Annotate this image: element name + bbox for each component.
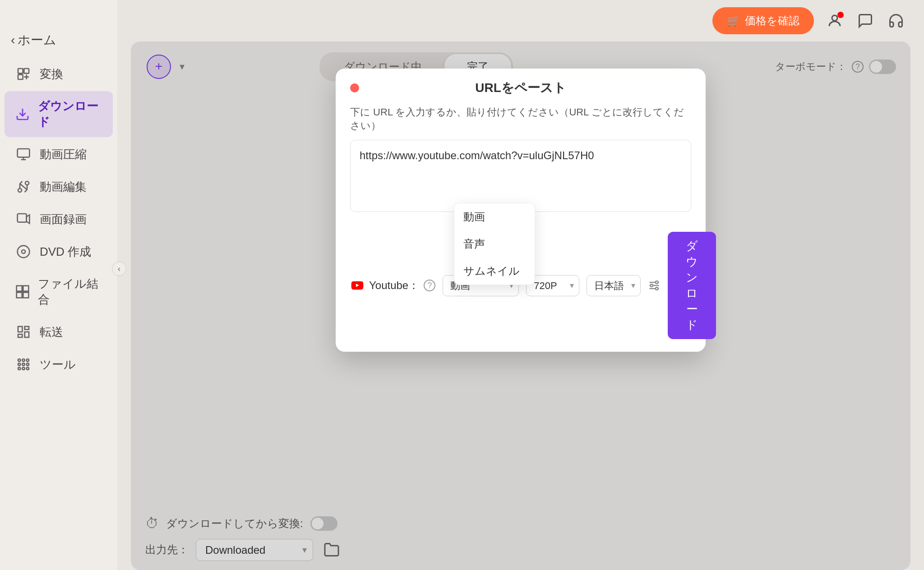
convert-icon xyxy=(15,66,32,82)
svg-point-13 xyxy=(22,250,25,253)
svg-point-30 xyxy=(27,368,29,370)
svg-rect-14 xyxy=(17,286,22,291)
modal-footer: Youtube： ? 動画 音声 サムネイル xyxy=(336,223,706,352)
svg-point-23 xyxy=(22,359,24,361)
modal-title: URLをペースト xyxy=(366,79,675,97)
sidebar-item-tools[interactable]: ツール xyxy=(5,349,113,380)
svg-point-12 xyxy=(18,246,30,258)
transfer-label: 転送 xyxy=(40,324,63,340)
svg-rect-21 xyxy=(18,334,22,337)
edit-icon xyxy=(15,179,32,195)
compress-label: 動画圧縮 xyxy=(40,147,87,162)
sidebar-back-button[interactable]: ‹ ホーム xyxy=(0,27,117,58)
sidebar-item-transfer[interactable]: 転送 xyxy=(5,317,113,347)
download-icon xyxy=(15,106,30,122)
chat-icon-button[interactable] xyxy=(855,11,875,31)
svg-point-8 xyxy=(25,181,29,185)
modal-close-button[interactable] xyxy=(350,83,359,92)
price-check-button[interactable]: 🛒 価格を確認 xyxy=(712,7,814,34)
sidebar-collapse-button[interactable]: ‹ xyxy=(112,262,126,276)
record-label: 画面録画 xyxy=(40,211,87,227)
download-label: ダウンロード xyxy=(38,98,102,130)
format-dropdown-menu: 動画 音声 サムネイル xyxy=(454,203,535,285)
sidebar-item-convert[interactable]: 変換 xyxy=(5,59,113,89)
download-button[interactable]: ダウンロード xyxy=(668,232,716,339)
cart-icon: 🛒 xyxy=(727,14,740,27)
svg-rect-15 xyxy=(23,286,28,291)
back-arrow-icon: ‹ xyxy=(11,33,15,47)
svg-point-25 xyxy=(18,363,20,365)
svg-rect-18 xyxy=(18,326,22,332)
compress-icon xyxy=(15,146,32,162)
price-btn-label: 価格を確認 xyxy=(745,14,799,28)
sidebar-item-edit[interactable]: 動画編集 xyxy=(5,171,113,202)
tools-label: ツール xyxy=(40,357,76,372)
language-select-wrapper[interactable]: 日本語 英語 中国語 xyxy=(587,275,641,296)
youtube-platform-label: Youtube： ? xyxy=(350,278,435,293)
sidebar-item-dvd[interactable]: DVD 作成 xyxy=(5,236,113,267)
quality-dropdown-container: 720P 1080P 480P 360P 動画 音声 サムネイル xyxy=(526,275,579,296)
svg-point-40 xyxy=(656,287,658,290)
sidebar: ‹ ホーム 変換 ダウンロード 動画圧縮 xyxy=(0,0,117,570)
svg-point-7 xyxy=(18,188,22,192)
svg-point-22 xyxy=(18,359,20,361)
svg-point-38 xyxy=(656,281,658,284)
modal-description: 下に URL を入力するか、貼り付けてください（URL ごとに改行してください） xyxy=(350,106,691,133)
settings-icon-button[interactable] xyxy=(648,276,661,295)
dropdown-item-video[interactable]: 動画 xyxy=(454,203,535,230)
dvd-label: DVD 作成 xyxy=(40,244,91,260)
svg-rect-16 xyxy=(17,292,22,298)
sidebar-item-record[interactable]: 画面録画 xyxy=(5,204,113,234)
svg-point-26 xyxy=(22,363,24,365)
headphones-icon-button[interactable] xyxy=(886,11,906,31)
notification-badge xyxy=(837,12,844,18)
topbar: 🛒 価格を確認 xyxy=(117,0,924,41)
svg-point-24 xyxy=(27,359,29,361)
main-content: 🛒 価格を確認 xyxy=(117,0,924,570)
youtube-text: Youtube： xyxy=(369,278,419,293)
modal-header: URLをペースト xyxy=(336,69,706,97)
dvd-icon xyxy=(15,244,32,260)
svg-rect-0 xyxy=(18,69,23,74)
sidebar-item-compress[interactable]: 動画圧縮 xyxy=(5,139,113,170)
svg-point-31 xyxy=(832,15,837,21)
convert-label: 変換 xyxy=(40,66,63,82)
youtube-help-icon[interactable]: ? xyxy=(424,280,435,291)
transfer-icon xyxy=(15,324,32,340)
sidebar-item-download[interactable]: ダウンロード xyxy=(5,91,113,137)
content-panel: + ▾ ダウンロード中 完了 ターボモード： ? xyxy=(131,41,910,570)
dropdown-item-audio[interactable]: 音声 xyxy=(454,230,535,257)
svg-point-28 xyxy=(18,368,20,370)
modal-overlay: URLをペースト 下に URL を入力するか、貼り付けてください（URL ごとに… xyxy=(131,41,910,570)
record-icon xyxy=(15,211,32,227)
svg-rect-4 xyxy=(18,149,30,157)
svg-point-27 xyxy=(27,363,29,365)
svg-point-39 xyxy=(650,284,653,287)
svg-rect-19 xyxy=(25,326,29,330)
svg-rect-17 xyxy=(23,292,28,298)
svg-rect-1 xyxy=(24,69,29,74)
merge-icon xyxy=(15,284,30,300)
svg-marker-11 xyxy=(27,215,30,224)
profile-icon-button[interactable] xyxy=(825,11,845,31)
url-input[interactable]: https://www.youtube.com/watch?v=uluGjNL5… xyxy=(350,140,691,212)
merge-label: ファイル結合 xyxy=(38,276,102,308)
svg-rect-2 xyxy=(18,74,23,79)
language-select[interactable]: 日本語 英語 中国語 xyxy=(587,275,641,296)
url-paste-modal: URLをペースト 下に URL を入力するか、貼り付けてください（URL ごとに… xyxy=(336,69,706,352)
svg-rect-10 xyxy=(18,214,27,222)
svg-point-29 xyxy=(22,368,24,370)
svg-rect-20 xyxy=(25,332,29,337)
sidebar-item-merge[interactable]: ファイル結合 xyxy=(5,269,113,315)
dropdown-item-thumbnail[interactable]: サムネイル xyxy=(454,257,535,285)
tools-icon xyxy=(15,356,32,372)
sidebar-back-label: ホーム xyxy=(18,32,56,49)
edit-label: 動画編集 xyxy=(40,179,87,195)
